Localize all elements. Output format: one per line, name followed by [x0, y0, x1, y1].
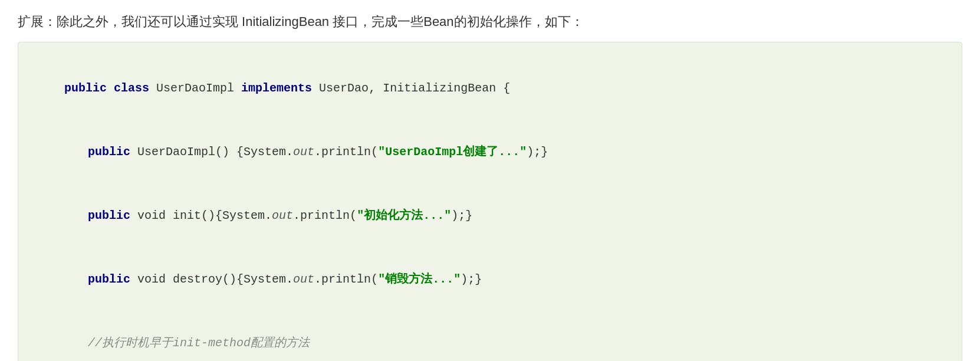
intro-paragraph: 扩展：除此之外，我们还可以通过实现 InitializingBean 接口，完成…: [18, 12, 962, 31]
void-destroy: void destroy(){System.: [130, 273, 293, 286]
println-1: .println(: [314, 145, 378, 159]
out-field-1: out: [293, 145, 314, 159]
code-block: public class UserDaoImpl implements User…: [18, 42, 962, 361]
code-line-2: public UserDaoImpl() {System.out.println…: [36, 120, 944, 184]
end-3: );}: [461, 273, 482, 286]
class-name: UserDaoImpl: [149, 81, 241, 95]
constructor-call: UserDaoImpl() {System.: [130, 145, 293, 159]
void-init: void init(){System.: [130, 209, 272, 222]
out-field-2: out: [272, 209, 293, 222]
kw-class: class: [114, 81, 149, 95]
code-line-1: public class UserDaoImpl implements User…: [36, 57, 944, 120]
kw-public-2: public: [88, 145, 130, 159]
string-1: "UserDaoImpl创建了...": [378, 145, 527, 159]
kw-implements: implements: [241, 81, 312, 95]
intro-text: 扩展：除此之外，我们还可以通过实现 InitializingBean 接口，完成…: [18, 14, 584, 29]
kw-public-3: public: [88, 209, 130, 222]
code-line-4: public void destroy(){System.out.println…: [36, 248, 944, 311]
code-line-3: public void init(){System.out.println("初…: [36, 184, 944, 248]
out-field-3: out: [293, 273, 314, 286]
kw-public-1: public: [64, 81, 114, 95]
end-2: );}: [451, 209, 472, 222]
string-2: "初始化方法...": [357, 209, 451, 222]
end-1: );}: [527, 145, 548, 159]
println-2: .println(: [293, 209, 357, 222]
kw-public-4: public: [88, 273, 130, 286]
string-3: "销毁方法...": [378, 273, 461, 286]
println-3: .println(: [314, 273, 378, 286]
implements-types: UserDao, InitializingBean {: [312, 81, 510, 95]
code-line-5-comment: //执行时机早于init-method配置的方法: [36, 311, 944, 361]
comment-text: //执行时机早于init-method配置的方法: [88, 336, 310, 350]
